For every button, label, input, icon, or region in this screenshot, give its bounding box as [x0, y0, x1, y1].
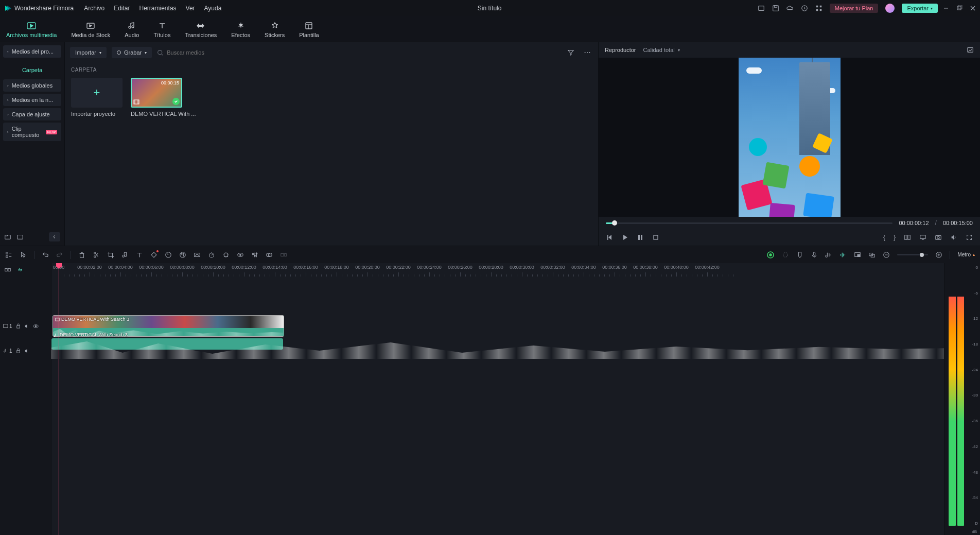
- fullscreen-icon[interactable]: [966, 234, 973, 241]
- stop-icon[interactable]: [652, 234, 659, 241]
- sidebar-item-global[interactable]: ›Medios globales: [3, 79, 61, 92]
- tab-stickers[interactable]: Stickers: [265, 21, 285, 38]
- tab-template[interactable]: Plantilla: [299, 21, 319, 38]
- tab-audio[interactable]: Audio: [125, 21, 139, 38]
- menu-view[interactable]: Ver: [186, 5, 195, 12]
- tracks-icon[interactable]: [5, 251, 12, 258]
- music-beat-icon[interactable]: [121, 251, 129, 258]
- compare-icon[interactable]: [904, 234, 911, 241]
- tab-media[interactable]: Archivos multimedia: [6, 21, 57, 38]
- volume-icon[interactable]: [950, 234, 957, 241]
- tab-effects[interactable]: Efectos: [231, 21, 250, 38]
- speed-ramp-icon[interactable]: [165, 251, 172, 258]
- display-icon[interactable]: [919, 234, 926, 241]
- video-track[interactable]: DEMO VERTICAL With Search 3: [51, 314, 944, 338]
- audio-track[interactable]: DEMO VERTICAL With Search 3: [51, 338, 944, 359]
- keyframe-icon[interactable]: [150, 251, 157, 258]
- pause-icon[interactable]: [637, 234, 644, 241]
- pip-icon[interactable]: [854, 251, 861, 258]
- marker-icon[interactable]: [796, 251, 803, 258]
- import-dropdown[interactable]: Importar▾: [70, 47, 107, 58]
- audio-sync-icon[interactable]: [825, 251, 832, 258]
- filter-icon[interactable]: [565, 47, 576, 58]
- minimize-icon[interactable]: [943, 5, 949, 11]
- link-icon[interactable]: [16, 266, 24, 273]
- mark-in-icon[interactable]: {: [883, 234, 885, 241]
- menu-tools[interactable]: Herramientas: [139, 5, 177, 12]
- delete-icon[interactable]: [78, 251, 85, 258]
- detach-audio-icon[interactable]: [280, 251, 287, 258]
- close-icon[interactable]: [970, 5, 976, 11]
- maximize-icon[interactable]: [956, 5, 962, 11]
- cloud-icon[interactable]: [786, 5, 794, 12]
- ripple-icon[interactable]: [4, 266, 11, 273]
- sidebar-item-compound[interactable]: ›Clip compuestoNEW: [3, 123, 61, 141]
- search-input[interactable]: [167, 49, 560, 56]
- mark-out-icon[interactable]: }: [894, 234, 896, 241]
- tab-transitions[interactable]: Transiciones: [185, 21, 217, 38]
- playhead[interactable]: [59, 263, 59, 535]
- snapshot-icon[interactable]: [935, 234, 942, 241]
- user-avatar[interactable]: [885, 4, 895, 13]
- undo-icon[interactable]: [42, 251, 49, 258]
- group-icon[interactable]: [868, 251, 876, 258]
- new-folder-icon[interactable]: [4, 233, 11, 240]
- media-clip[interactable]: 00:00:15: [131, 78, 182, 108]
- render-icon[interactable]: [766, 251, 775, 259]
- timeline-audio-clip[interactable]: DEMO VERTICAL With Search 3: [51, 338, 283, 350]
- folder-tab[interactable]: Carpeta: [0, 61, 64, 78]
- import-project-card[interactable]: +: [71, 78, 122, 108]
- zoom-in-icon[interactable]: [935, 251, 942, 258]
- project-media-button[interactable]: ‹Medios del pro...: [3, 45, 61, 58]
- history-icon[interactable]: [801, 5, 808, 12]
- tab-stock[interactable]: Media de Stock: [71, 21, 110, 38]
- save-icon[interactable]: [772, 5, 779, 12]
- timeline-main[interactable]: 00:0000:00:02:0000:00:04:0000:00:06:0000…: [51, 263, 944, 535]
- zoom-out-icon[interactable]: [883, 251, 890, 258]
- mask-icon[interactable]: [237, 251, 244, 258]
- snapshot-settings-icon[interactable]: [967, 46, 974, 54]
- redo-icon[interactable]: [56, 251, 63, 258]
- meter-toggle[interactable]: Metro▴: [957, 252, 975, 257]
- adjustment-icon[interactable]: [251, 251, 258, 258]
- record-dropdown[interactable]: Grabar▾: [112, 47, 152, 58]
- play-icon[interactable]: [621, 234, 628, 241]
- scrub-track[interactable]: [606, 222, 892, 224]
- color-icon[interactable]: [179, 251, 186, 258]
- layout-icon[interactable]: [758, 5, 765, 12]
- pointer-icon[interactable]: [20, 251, 27, 258]
- mute-track-icon[interactable]: [24, 348, 30, 354]
- apps-icon[interactable]: [815, 5, 822, 12]
- zoom-slider[interactable]: [897, 254, 928, 255]
- sidebar-item-cloud[interactable]: ›Medios en la n...: [3, 94, 61, 106]
- text-icon[interactable]: [136, 251, 143, 258]
- tracking-icon[interactable]: [222, 251, 230, 258]
- upgrade-button[interactable]: Mejorar tu Plan: [830, 4, 879, 13]
- settings-icon[interactable]: [782, 251, 789, 258]
- mute-track-icon[interactable]: [24, 323, 30, 329]
- keyframe-curve-icon[interactable]: [194, 251, 201, 258]
- ai-audio-icon[interactable]: [839, 251, 847, 258]
- preview-canvas[interactable]: Wondershare Filmora: [599, 58, 980, 217]
- split-icon[interactable]: [93, 251, 100, 258]
- sidebar-item-adjust[interactable]: ›Capa de ajuste: [3, 108, 61, 120]
- folder-icon[interactable]: [16, 233, 24, 240]
- prev-frame-icon[interactable]: [606, 234, 613, 241]
- visibility-icon[interactable]: [33, 323, 39, 329]
- lock-icon[interactable]: [15, 323, 21, 329]
- voiceover-icon[interactable]: [811, 251, 818, 258]
- quality-dropdown[interactable]: Calidad total▾: [643, 47, 680, 53]
- collapse-sidebar-icon[interactable]: [49, 232, 60, 241]
- tab-titles[interactable]: Títulos: [153, 21, 170, 38]
- scrub-thumb[interactable]: [612, 220, 617, 226]
- speed-icon[interactable]: [208, 251, 215, 258]
- zoom-thumb[interactable]: [920, 253, 924, 257]
- timeline-ruler[interactable]: 00:0000:00:02:0000:00:04:0000:00:06:0000…: [51, 263, 944, 277]
- more-icon[interactable]: [582, 47, 593, 58]
- export-button[interactable]: Exportar▾: [902, 4, 938, 13]
- menu-edit[interactable]: Editar: [114, 5, 130, 12]
- chroma-icon[interactable]: [266, 251, 273, 258]
- menu-help[interactable]: Ayuda: [204, 5, 222, 12]
- lock-icon[interactable]: [15, 348, 21, 354]
- crop-icon[interactable]: [107, 251, 114, 258]
